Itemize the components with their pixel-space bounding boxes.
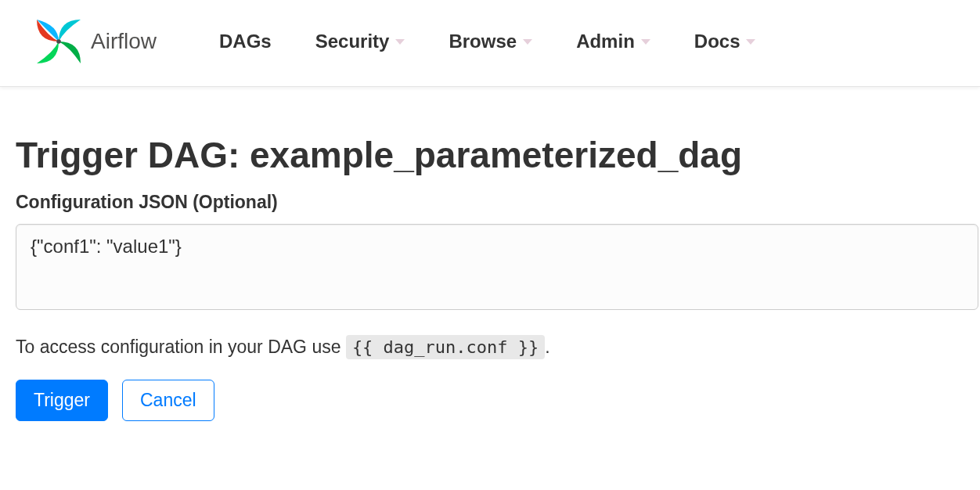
config-json-label: Configuration JSON (Optional)	[16, 192, 980, 213]
page-title: Trigger DAG: example_parameterized_dag	[16, 134, 980, 176]
nav-label: DAGs	[219, 31, 272, 52]
nav-item-admin[interactable]: Admin	[576, 31, 650, 52]
cancel-button[interactable]: Cancel	[122, 380, 214, 421]
brand-name: Airflow	[91, 29, 157, 54]
config-json-input[interactable]	[16, 224, 978, 310]
trigger-button[interactable]: Trigger	[16, 380, 108, 421]
nav-label: Security	[315, 31, 390, 52]
caret-down-icon	[641, 39, 650, 45]
button-row: Trigger Cancel	[16, 380, 980, 421]
main-content: Trigger DAG: example_parameterized_dag C…	[0, 87, 980, 421]
caret-down-icon	[523, 39, 532, 45]
nav-item-security[interactable]: Security	[315, 31, 405, 52]
nav-item-docs[interactable]: Docs	[694, 31, 756, 52]
nav-label: Docs	[694, 31, 740, 52]
nav-label: Admin	[576, 31, 635, 52]
navbar: Airflow DAGs Security Browse Admin Docs	[0, 0, 980, 87]
brand[interactable]: Airflow	[31, 14, 157, 69]
nav-item-browse[interactable]: Browse	[449, 31, 532, 52]
svg-point-0	[56, 39, 61, 44]
nav-item-dags[interactable]: DAGs	[219, 31, 272, 52]
nav-links: DAGs Security Browse Admin Docs	[219, 31, 755, 52]
nav-label: Browse	[449, 31, 517, 52]
hint-suffix: .	[545, 337, 549, 357]
hint-code: {{ dag_run.conf }}	[346, 335, 545, 359]
hint-prefix: To access configuration in your DAG use	[16, 337, 346, 357]
airflow-pinwheel-icon	[31, 14, 86, 69]
caret-down-icon	[395, 39, 405, 45]
config-access-hint: To access configuration in your DAG use …	[16, 337, 980, 358]
caret-down-icon	[746, 39, 755, 45]
